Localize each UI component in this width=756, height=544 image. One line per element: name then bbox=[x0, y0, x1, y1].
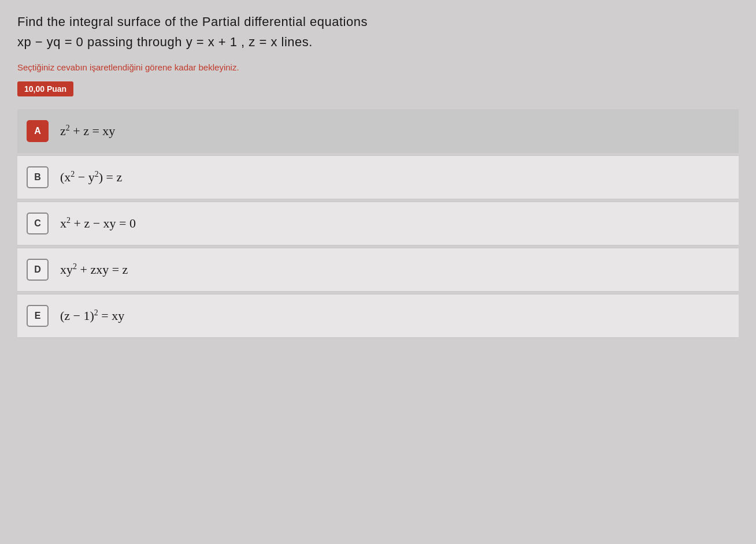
option-formula-d: xy2 + zxy = z bbox=[60, 262, 128, 277]
options-container: Az2 + z = xyB(x2 − y2) = zCx2 + z − xy =… bbox=[17, 109, 739, 340]
instruction-text: Seçtiğiniz cevabın işaretlendiğini gören… bbox=[17, 62, 739, 72]
option-label-d: D bbox=[27, 259, 49, 281]
question-text: Find the integral surface of the Partial… bbox=[17, 12, 739, 52]
question-container: Find the integral surface of the Partial… bbox=[17, 12, 739, 340]
option-row-a[interactable]: Az2 + z = xy bbox=[17, 109, 739, 153]
points-badge: 10,00 Puan bbox=[17, 81, 73, 96]
option-formula-b: (x2 − y2) = z bbox=[60, 170, 122, 185]
option-formula-a: z2 + z = xy bbox=[60, 124, 115, 139]
option-row-e[interactable]: E(z − 1)2 = xy bbox=[17, 294, 739, 338]
option-row-c[interactable]: Cx2 + z − xy = 0 bbox=[17, 202, 739, 245]
option-row-b[interactable]: B(x2 − y2) = z bbox=[17, 155, 739, 199]
option-formula-c: x2 + z − xy = 0 bbox=[60, 216, 136, 231]
question-line1: Find the integral surface of the Partial… bbox=[17, 14, 368, 29]
option-label-a: A bbox=[27, 120, 49, 142]
question-line2: xp − yq = 0 passing through y = x + 1 , … bbox=[17, 35, 313, 49]
option-row-d[interactable]: Dxy2 + zxy = z bbox=[17, 248, 739, 292]
option-label-e: E bbox=[27, 305, 49, 327]
option-label-b: B bbox=[27, 166, 49, 188]
option-formula-e: (z − 1)2 = xy bbox=[60, 308, 124, 323]
option-label-c: C bbox=[27, 213, 49, 234]
